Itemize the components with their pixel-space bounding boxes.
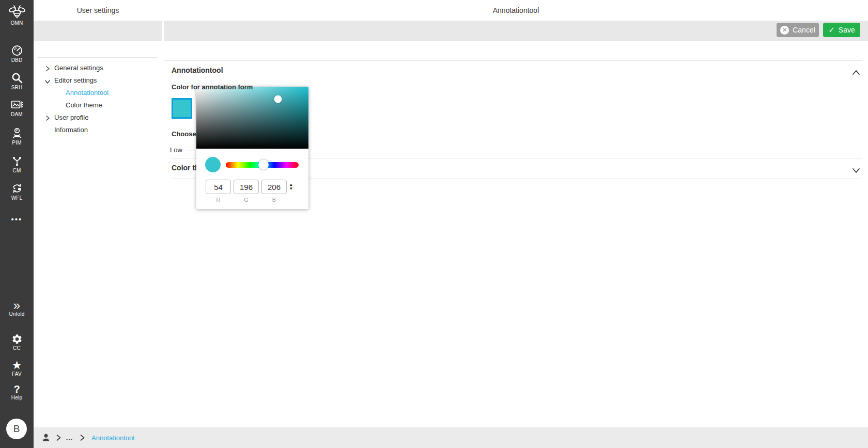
collapse-section-button[interactable] [853, 68, 860, 77]
unfold-icon: » [0, 300, 34, 311]
breadcrumb-chevron-icon [80, 427, 85, 448]
cancel-x-icon: ✕ [780, 26, 789, 35]
blue-value-input[interactable] [261, 180, 287, 194]
tree-item-label: User profile [54, 114, 88, 121]
selected-color-preview [205, 157, 221, 172]
tree-item-label: Color theme [66, 101, 102, 109]
rail-label: DBD [0, 57, 34, 63]
tree-item-label: General settings [54, 64, 103, 72]
person-icon: P [0, 127, 34, 139]
gear-icon [0, 333, 34, 345]
hue-slider[interactable] [226, 162, 299, 168]
cancel-button[interactable]: ✕ Cancel [777, 23, 819, 37]
section-title-annotationtool: Annotationtool [172, 66, 223, 74]
star-icon: ★ [0, 360, 34, 371]
divider [38, 57, 157, 58]
tree-item-color-theme[interactable]: Color theme [34, 100, 162, 111]
color-for-annotation-form-label: Color for annotation form [172, 83, 253, 91]
media-icon [0, 99, 34, 111]
rail-item-omn[interactable]: OMN [0, 4, 34, 26]
search-icon [0, 72, 34, 84]
rail-item-cm[interactable]: CM [0, 155, 34, 173]
annotation-color-swatch[interactable] [172, 98, 192, 119]
rail-label: DAM [0, 111, 34, 117]
divider [164, 60, 862, 61]
tree-item-label: Information [54, 126, 88, 134]
tree-item-user-profile[interactable]: User profile [34, 112, 162, 123]
toolbar-band-left [34, 21, 162, 41]
tree-item-editor-settings[interactable]: Editor settings [34, 75, 162, 86]
rail-label: CM [0, 168, 34, 173]
chevron-up-icon [853, 68, 860, 76]
rail-label: WFL [0, 195, 34, 201]
chevron-down-icon [853, 166, 860, 174]
rail-label: Help [0, 395, 34, 401]
rail-label: Unfold [0, 311, 34, 317]
page-title: Annotationtool [164, 0, 868, 21]
rail-label: FAV [0, 371, 34, 377]
red-value-input[interactable] [206, 180, 231, 194]
breadcrumb-current-page[interactable]: Annotationtool [91, 427, 134, 448]
rail-item-dbd[interactable]: DBD [0, 44, 34, 63]
choose-label: Choose [172, 130, 196, 138]
blue-label: B [261, 197, 287, 203]
share-icon [0, 155, 34, 167]
chevron-right-icon [45, 65, 50, 73]
check-icon: ✓ [828, 25, 835, 35]
toolbar-band-main [164, 21, 868, 41]
green-label: G [234, 197, 259, 203]
panel-divider-line [163, 0, 163, 427]
saturation-area[interactable] [196, 87, 308, 149]
save-button[interactable]: ✓ Save [823, 23, 860, 37]
rail-item-dam[interactable]: DAM [0, 99, 34, 117]
cancel-button-label: Cancel [793, 26, 815, 34]
svg-text:P: P [16, 129, 18, 132]
breadcrumb-ellipsis[interactable]: … [66, 427, 73, 448]
tree-item-annotationtool[interactable]: Annotationtool [34, 87, 162, 99]
rail-item-pim[interactable]: P PIM [0, 127, 34, 146]
tree-item-label: Editor settings [54, 76, 97, 84]
breadcrumb-home-icon[interactable] [41, 427, 51, 448]
dashboard-icon [0, 44, 34, 57]
more-modules-icon[interactable]: ••• [0, 215, 34, 223]
rail-label: OMN [0, 20, 34, 26]
rail-item-help[interactable]: ? Help [0, 384, 34, 401]
rail-item-cc[interactable]: CC [0, 333, 34, 351]
red-label: R [206, 197, 231, 203]
app-rail: OMN DBD SRH [0, 0, 34, 448]
app-window: OMN DBD SRH [0, 0, 868, 448]
tree-item-information[interactable]: Information [34, 124, 162, 136]
workflow-icon [0, 182, 34, 195]
rail-label: CC [0, 345, 34, 351]
help-icon: ? [0, 384, 34, 394]
breadcrumb-bar: … Annotationtool [34, 427, 868, 448]
main-panel: Annotationtool ✕ Cancel ✓ Save Annotatio… [164, 0, 868, 427]
settings-panel-title: User settings [34, 0, 162, 21]
breadcrumb-chevron-icon [56, 427, 61, 448]
chevron-right-icon [45, 115, 50, 122]
tree-item-general-settings[interactable]: General settings [34, 62, 162, 74]
rail-label: PIM [0, 140, 34, 146]
hue-slider-handle[interactable] [258, 159, 269, 170]
color-picker-popup: ▴▾ R G B [196, 87, 308, 209]
slider-low-label: Low [170, 146, 182, 154]
rail-item-srh[interactable]: SRH [0, 72, 34, 90]
user-avatar[interactable]: B [6, 419, 27, 439]
tree-item-label-selected: Annotationtool [66, 89, 109, 97]
chevron-down-icon [45, 78, 50, 86]
green-value-input[interactable] [234, 180, 259, 194]
bee-icon [0, 4, 34, 20]
rail-label: SRH [0, 85, 34, 90]
settings-panel: User settings General settings Editor se… [34, 0, 162, 427]
rail-item-fav[interactable]: ★ FAV [0, 360, 34, 377]
mode-toggle-icon[interactable]: ▴▾ [290, 182, 292, 190]
rail-item-unfold[interactable]: » Unfold [0, 300, 34, 317]
save-button-label: Save [839, 26, 855, 34]
rail-item-wfl[interactable]: WFL [0, 182, 34, 201]
saturation-cursor[interactable] [274, 95, 282, 103]
expand-section-button[interactable] [853, 166, 860, 175]
